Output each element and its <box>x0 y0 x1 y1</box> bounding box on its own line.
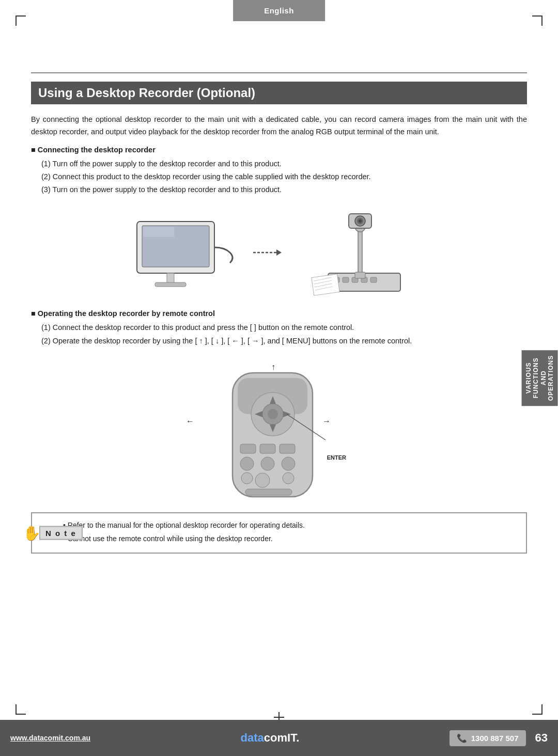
note-hand-icon: ✋ <box>23 524 41 541</box>
section2-steps: (1) Connect the desktop recorder to this… <box>41 322 527 346</box>
footer-right: 📞 1300 887 507 63 <box>450 730 548 746</box>
svg-rect-19 <box>355 272 365 278</box>
svg-rect-4 <box>155 282 186 287</box>
intro-text: By connecting the optional desktop recor… <box>31 114 527 138</box>
svg-line-44 <box>287 414 326 440</box>
note-title: N o t e <box>39 526 83 540</box>
corner-mark-br <box>527 699 542 715</box>
corner-mark-bl <box>16 699 31 715</box>
section2-heading: Operating the desktop recorder by remote… <box>31 309 527 318</box>
step-1-1: (1) Turn off the power supply to the des… <box>41 158 527 170</box>
corner-mark-tl <box>16 15 31 31</box>
side-tab-line3: AND <box>540 355 547 401</box>
svg-rect-9 <box>343 277 349 282</box>
page-title-bar: Using a Desktop Recorder (Optional) <box>31 82 527 104</box>
note-content: Refer to the manual for the optional des… <box>63 519 518 545</box>
side-tab-line4: OPERATIONS <box>548 355 555 401</box>
section1-heading: Connecting the desktop recorder <box>31 146 527 154</box>
note-item-1: Refer to the manual for the optional des… <box>63 519 518 531</box>
footer-logo-text: data <box>241 731 264 744</box>
footer-website: www.datacomit.com.au <box>10 734 90 742</box>
svg-rect-2 <box>143 227 174 237</box>
footer-logo: datacomIT. <box>241 731 300 745</box>
device-illustration <box>31 206 527 299</box>
phone-icon: 📞 <box>457 733 467 743</box>
footer-phone: 📞 1300 887 507 <box>450 730 526 746</box>
language-tab: English <box>233 0 325 21</box>
corner-mark-tr <box>527 15 542 31</box>
connection-arrow <box>251 242 282 263</box>
remote-illustration: ↑ ← → ENTER ↓ <box>31 357 527 502</box>
side-tab-line2: FUNCTIONS <box>533 355 540 401</box>
step-1-2: (2) Connect this product to the desktop … <box>41 171 527 183</box>
section1-steps: (1) Turn off the power supply to the des… <box>41 158 527 196</box>
svg-point-18 <box>359 219 362 223</box>
step-2-1: (1) Connect the desktop recorder to this… <box>41 322 527 334</box>
camera-unit-svg <box>297 206 431 299</box>
footer-page-number: 63 <box>535 731 548 745</box>
annotation-lines <box>181 357 377 502</box>
language-label: English <box>264 6 294 15</box>
page-title: Using a Desktop Recorder (Optional) <box>38 86 520 100</box>
svg-rect-13 <box>358 227 362 273</box>
note-item-2: Cannot use the remote control while usin… <box>63 533 518 545</box>
side-tab: VARIOUS FUNCTIONS AND OPERATIONS <box>522 350 558 406</box>
svg-rect-3 <box>167 273 174 284</box>
svg-rect-12 <box>370 277 377 282</box>
step-2-2: (2) Operate the desktop recorder by usin… <box>41 335 527 347</box>
top-divider <box>31 72 527 73</box>
main-content: Using a Desktop Recorder (Optional) By c… <box>31 72 527 715</box>
footer-phone-number: 1300 887 507 <box>471 734 519 743</box>
desktop-recorder-svg <box>127 211 235 294</box>
svg-marker-6 <box>276 249 282 256</box>
footer: www.datacomit.com.au datacomIT. 📞 1300 8… <box>0 720 558 756</box>
step-1-3: (3) Turn on the power supply to the desk… <box>41 184 527 196</box>
note-box: ✋ N o t e Refer to the manual for the op… <box>31 512 527 554</box>
